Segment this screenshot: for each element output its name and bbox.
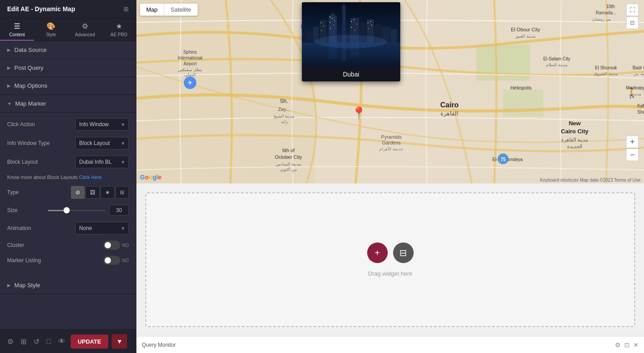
info-window-type-row: Info Window Type Block Layout ▼ — [7, 137, 129, 149]
sidebar-tabs: ☰ Content 🎨 Style ⚙ Advanced ★ AE PRO — [0, 18, 136, 41]
svg-rect-76 — [354, 19, 355, 20]
zoom-in-btn[interactable]: + — [626, 136, 639, 148]
type-btn-image[interactable]: 🖼 — [85, 186, 100, 199]
close-bottom-icon[interactable]: ✕ — [633, 341, 639, 349]
svg-rect-83 — [371, 25, 372, 26]
svg-rect-2 — [449, 0, 644, 183]
marker-listing-toggle[interactable] — [103, 256, 120, 265]
svg-text:مدينة الشروق: مدينة الشروق — [594, 72, 618, 77]
map-pegman[interactable]: 🚶 — [626, 87, 638, 99]
svg-text:Sh.: Sh. — [280, 98, 288, 104]
map-view-btn[interactable]: ⊡ — [626, 17, 639, 29]
svg-rect-67 — [332, 18, 333, 19]
map-pin[interactable]: 📍 — [351, 107, 367, 120]
layers-footer-icon[interactable]: ⊞ — [19, 336, 28, 348]
svg-rect-82 — [368, 28, 369, 29]
update-plus-button[interactable]: ▼ — [112, 334, 127, 349]
post-query-label: Post Query — [14, 64, 43, 71]
block-layout-row: Block Layout Dubai Info BL ▼ — [7, 156, 129, 168]
svg-rect-71 — [330, 28, 331, 29]
fullscreen-btn[interactable]: ⛶ — [626, 4, 639, 16]
svg-text:مدينة القاهرة: مدينة القاهرة — [561, 137, 588, 143]
folder-button[interactable]: ⊟ — [393, 242, 414, 263]
cluster-toggle[interactable] — [103, 241, 120, 250]
svg-text:الجديدة: الجديدة — [567, 144, 582, 149]
click-action-select[interactable]: Info Window — [75, 118, 129, 131]
tab-ae-pro[interactable]: ★ AE PRO — [102, 18, 136, 41]
tab-content-label: Content — [9, 32, 25, 37]
add-widget-button[interactable]: + — [367, 242, 388, 263]
map-tab-map[interactable]: Map — [140, 4, 164, 16]
map-container: As... Sphinx International Airport مطار … — [136, 0, 644, 183]
svg-text:October City: October City — [275, 154, 302, 160]
update-button[interactable]: UPDATE — [71, 335, 108, 349]
section-data-source[interactable]: ▶ Data Source — [0, 41, 136, 59]
size-input[interactable] — [109, 205, 129, 216]
eye-footer-icon[interactable]: 👁 — [56, 336, 67, 347]
svg-rect-72 — [321, 22, 322, 23]
info-window-type-select[interactable]: Block Layout — [75, 137, 129, 149]
svg-text:Gardens: Gardens — [382, 140, 401, 145]
size-slider[interactable] — [48, 210, 106, 211]
info-window: Dubai — [302, 2, 400, 81]
tab-advanced-label: Advanced — [75, 32, 95, 37]
content-tab-icon: ☰ — [14, 22, 20, 30]
bottom-bar-icons: ⚙ ⊡ ✕ — [615, 341, 639, 349]
map-tab-satellite[interactable]: Satellite — [164, 4, 197, 16]
type-btn-none[interactable]: ⊘ — [71, 186, 85, 199]
main-content: As... Sphinx International Airport مطار … — [136, 0, 644, 353]
svg-rect-74 — [321, 30, 322, 31]
map-background[interactable]: As... Sphinx International Airport مطار … — [136, 0, 644, 183]
svg-rect-56 — [331, 13, 335, 18]
sidebar-header: Edit AE - Dynamic Map ⊞ — [0, 0, 136, 18]
svg-text:Heliopolis: Heliopolis — [510, 85, 532, 90]
section-post-query[interactable]: ▶ Post Query — [0, 59, 136, 77]
know-more-text: Know more about Block Layouts — [7, 174, 78, 180]
settings-footer-icon[interactable]: ⚙ — [5, 336, 15, 348]
post-query-chevron-icon: ▶ — [7, 65, 11, 70]
svg-rect-73 — [323, 26, 324, 26]
tab-advanced[interactable]: ⚙ Advanced — [68, 18, 102, 41]
dubai-skyline-svg — [302, 2, 400, 67]
section-map-style[interactable]: ▶ Map Style — [0, 276, 136, 294]
zoom-out-btn[interactable]: − — [626, 149, 639, 161]
svg-text:من رمضان: من رمضان — [592, 17, 611, 22]
block-layout-select[interactable]: Dubai Info BL — [75, 156, 129, 168]
map-style-chevron-icon: ▶ — [7, 283, 11, 288]
marker-listing-toggle-slider — [103, 256, 120, 265]
svg-text:مدينة العبور: مدينة العبور — [515, 34, 536, 39]
type-btn-grid[interactable]: ⊞ — [115, 186, 129, 199]
map-marker-chevron-icon: ▼ — [7, 102, 12, 106]
animation-row: Animation None ▼ — [7, 222, 129, 234]
sidebar-footer: ⚙ ⊞ ↺ □ 👁 UPDATE ▼ — [0, 329, 136, 353]
info-window-image — [302, 2, 400, 67]
click-here-row: Know more about Block Layouts Click Here — [7, 174, 129, 180]
click-action-control: Info Window ▼ — [75, 118, 129, 131]
history-footer-icon[interactable]: ↺ — [32, 336, 41, 348]
marker-listing-label: Marker Listing — [7, 257, 100, 264]
tab-style[interactable]: 🎨 Style — [34, 18, 68, 41]
responsive-footer-icon[interactable]: □ — [45, 336, 53, 347]
drag-widget-area[interactable]: + ⊟ Drag widget here — [145, 192, 635, 327]
data-source-chevron-icon: ▶ — [7, 47, 11, 52]
svg-text:Airport: Airport — [183, 61, 197, 66]
bottom-bar: Query Monitor ⚙ ⊡ ✕ — [136, 336, 644, 353]
svg-rect-69 — [330, 22, 330, 23]
click-here-link[interactable]: Click Here — [79, 174, 102, 180]
animation-select[interactable]: None — [75, 222, 129, 234]
zoom-controls: + − — [626, 136, 639, 161]
section-map-marker[interactable]: ▼ Map Marker — [0, 95, 136, 113]
settings-bottom-icon[interactable]: ⚙ — [615, 341, 621, 349]
section-map-options[interactable]: ▶ Map Options — [0, 77, 136, 95]
responsive-bottom-icon[interactable]: ⊡ — [624, 341, 630, 349]
tab-content[interactable]: ☰ Content — [0, 18, 34, 41]
svg-text:Cairo City: Cairo City — [561, 128, 589, 135]
svg-text:New: New — [569, 120, 581, 127]
click-action-label: Click Action — [7, 121, 72, 128]
map-options-chevron-icon: ▶ — [7, 83, 11, 88]
grid-icon[interactable]: ⊞ — [123, 5, 129, 13]
type-btn-star[interactable]: ★ — [101, 186, 114, 199]
map-attribution: Keyboard shortcuts Map data ©2023 Terms … — [540, 178, 640, 183]
google-logo: Google — [140, 174, 161, 181]
query-monitor-text[interactable]: Query Monitor — [142, 342, 176, 348]
